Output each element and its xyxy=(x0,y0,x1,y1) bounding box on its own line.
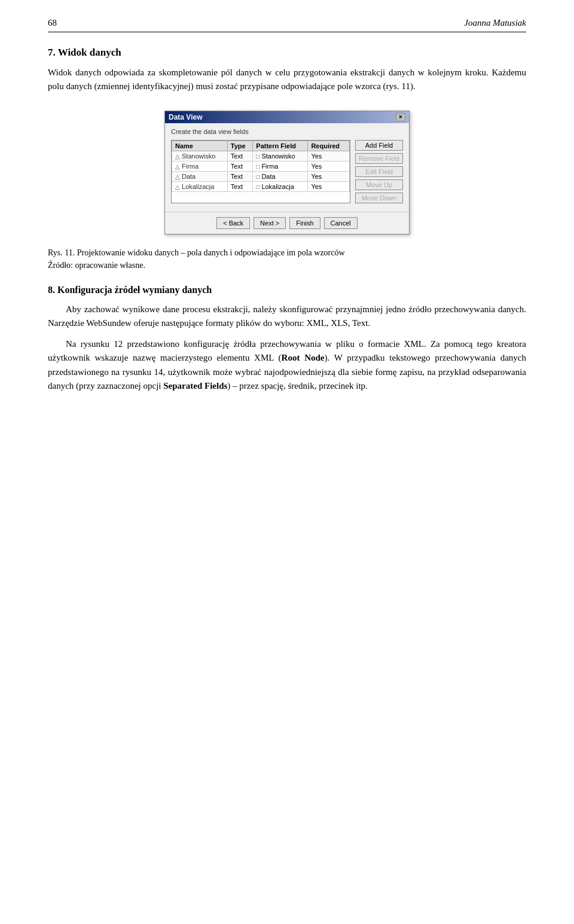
edit-field-button[interactable]: Edit Field xyxy=(355,166,403,177)
caption-text: Projektowanie widoku danych – pola danyc… xyxy=(75,248,344,257)
table-cell-1-1: Text xyxy=(227,161,253,171)
pattern-icon: □ xyxy=(256,163,259,170)
dialog-footer: < Back Next > Finish Cancel xyxy=(165,212,409,234)
section8-bold2: Separated Fields xyxy=(163,381,227,391)
pattern-icon: □ xyxy=(256,173,259,180)
page-header: 68 Joanna Matusiak xyxy=(48,18,526,32)
table-row: △FirmaText□FirmaYes xyxy=(172,161,350,171)
row-icon: △ xyxy=(175,184,180,190)
table-row: △LokalizacjaText□LokalizacjaYes xyxy=(172,181,350,191)
col-header-pattern: Pattern Field xyxy=(253,141,308,151)
page: 68 Joanna Matusiak 7. Widok danych Widok… xyxy=(0,0,574,924)
table-cell-0-0: △Stanowisko xyxy=(172,151,228,161)
dialog-content: Name Type Pattern Field Required △Stanow… xyxy=(171,140,403,203)
section8-para2-end: ) – przez spację, średnik, przecinek itp… xyxy=(227,381,367,391)
dialog-title: Data View xyxy=(169,113,202,121)
dialog-body: Create the data view fields Name Type Pa… xyxy=(165,123,409,208)
move-up-button[interactable]: Move Up xyxy=(355,179,403,190)
pattern-icon: □ xyxy=(256,153,259,160)
table-cell-0-1: Text xyxy=(227,151,253,161)
table-row: △StanowiskoText□StanowiskoYes xyxy=(172,151,350,161)
table-cell-1-3: Yes xyxy=(308,161,350,171)
finish-button[interactable]: Finish xyxy=(289,217,320,229)
table-cell-2-2: □Data xyxy=(253,171,308,181)
pattern-icon: □ xyxy=(256,184,259,190)
page-number: 68 xyxy=(48,18,57,28)
col-header-name: Name xyxy=(172,141,228,151)
row-icon: △ xyxy=(175,173,180,180)
dialog-titlebar: Data View × xyxy=(165,111,409,123)
caption-source: Źródło: opracowanie własne. xyxy=(48,261,145,270)
dialog-table-area: Name Type Pattern Field Required △Stanow… xyxy=(171,140,350,203)
dialog-container: Data View × Create the data view fields … xyxy=(48,111,526,234)
table-cell-0-2: □Stanowisko xyxy=(253,151,308,161)
table-cell-3-0: △Lokalizacja xyxy=(172,181,228,191)
table-cell-0-3: Yes xyxy=(308,151,350,161)
section7-heading: 7. Widok danych xyxy=(48,47,526,59)
section8-bold1: Root Node xyxy=(282,353,325,362)
section8-paragraph2: Na rysunku 12 przedstawiono konfigurację… xyxy=(48,337,526,393)
remove-field-button[interactable]: Remove Field xyxy=(355,153,403,164)
back-button[interactable]: < Back xyxy=(216,217,250,229)
col-header-type: Type xyxy=(227,141,253,151)
table-cell-2-3: Yes xyxy=(308,171,350,181)
table-cell-1-0: △Firma xyxy=(172,161,228,171)
add-field-button[interactable]: Add Field xyxy=(355,140,403,151)
table-cell-3-2: □Lokalizacja xyxy=(253,181,308,191)
table-cell-1-2: □Firma xyxy=(253,161,308,171)
table-row: △DataText□DataYes xyxy=(172,171,350,181)
dialog-close-button[interactable]: × xyxy=(396,113,405,121)
row-icon: △ xyxy=(175,153,180,160)
data-view-table: Name Type Pattern Field Required △Stanow… xyxy=(172,141,350,192)
col-header-required: Required xyxy=(308,141,350,151)
figure-caption: Rys. 11. Projektowanie widoku danych – p… xyxy=(48,246,526,272)
section8-heading: 8. Konfiguracja źródeł wymiany danych xyxy=(48,285,526,295)
data-view-dialog: Data View × Create the data view fields … xyxy=(164,111,410,234)
table-cell-3-1: Text xyxy=(227,181,253,191)
page-author: Joanna Matusiak xyxy=(464,18,526,28)
section8-paragraph1: Aby zachować wynikowe dane procesu ekstr… xyxy=(48,303,526,331)
section7-paragraph1: Widok danych odpowiada za skompletowanie… xyxy=(48,66,526,94)
table-header-row: Name Type Pattern Field Required xyxy=(172,141,350,151)
table-cell-2-0: △Data xyxy=(172,171,228,181)
next-button[interactable]: Next > xyxy=(254,217,286,229)
dialog-side-buttons: Add Field Remove Field Edit Field Move U… xyxy=(355,140,403,203)
dialog-subtitle: Create the data view fields xyxy=(171,128,403,135)
table-cell-2-1: Text xyxy=(227,171,253,181)
cancel-button[interactable]: Cancel xyxy=(324,217,358,229)
caption-label: Rys. 11. xyxy=(48,248,75,257)
row-icon: △ xyxy=(175,163,180,170)
move-down-button[interactable]: Move Down xyxy=(355,193,403,203)
table-cell-3-3: Yes xyxy=(308,181,350,191)
